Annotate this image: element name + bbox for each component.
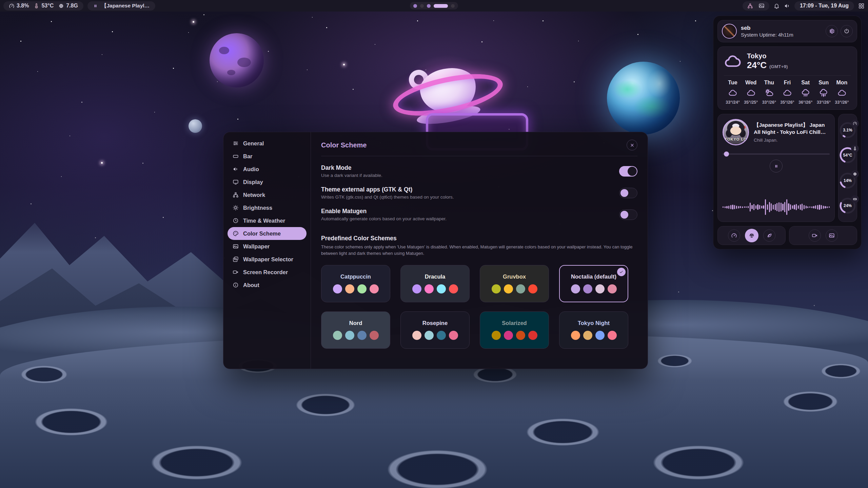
workspace-dot-5[interactable] xyxy=(451,4,455,8)
visualizer-bar xyxy=(736,206,737,209)
sidebar-item-color-scheme[interactable]: Color Scheme xyxy=(228,227,307,240)
clock[interactable]: 17:09 - Tue, 19 Aug xyxy=(794,1,854,11)
visualizer-bar xyxy=(809,206,810,208)
visualizer-bar xyxy=(730,205,731,209)
workspace-dot-4[interactable] xyxy=(434,4,448,8)
visualizer-bar xyxy=(755,205,756,209)
color-scheme-card[interactable]: Noctalia (default) xyxy=(559,265,628,302)
sidebar-item-bar[interactable]: Bar xyxy=(228,150,307,163)
wallpaper-icon[interactable] xyxy=(758,3,765,9)
scheme-grid: Catppuccin Dracula Gruvbox Noctalia (def… xyxy=(321,265,637,349)
sidebar-item-audio[interactable]: Audio xyxy=(228,163,307,176)
day-name: Tue xyxy=(728,80,737,86)
visualizer-bar xyxy=(807,206,808,208)
color-scheme-card[interactable]: Gruvbox xyxy=(480,265,549,302)
visualizer-bar xyxy=(751,205,752,209)
sidebar-item-about[interactable]: About xyxy=(228,279,307,291)
app-launcher-icon[interactable] xyxy=(858,3,865,9)
toggle-switch[interactable] xyxy=(619,188,637,198)
settings-button[interactable] xyxy=(826,25,838,37)
section-description: These color schemes only apply when 'Use… xyxy=(321,244,633,257)
user-card: seb System Uptime: 4h11m xyxy=(717,20,857,42)
visualizer-bar xyxy=(786,199,787,215)
visualizer-bar xyxy=(821,205,822,209)
memory-stat: 7.8G xyxy=(58,3,78,9)
sidebar-item-label: Brightness xyxy=(243,205,272,211)
system-gauge: 24% xyxy=(839,197,856,215)
color-swatch xyxy=(608,284,617,293)
pause-button[interactable] xyxy=(770,160,783,172)
color-swatch xyxy=(528,284,537,293)
seek-bar[interactable] xyxy=(723,151,830,156)
volume-icon[interactable] xyxy=(784,3,790,9)
scheme-swatches xyxy=(492,284,537,293)
avatar xyxy=(722,24,737,39)
rain-icon xyxy=(801,88,810,97)
storm-icon xyxy=(819,88,828,97)
setting-title: Dark Mode xyxy=(321,164,382,171)
sidebar-item-network[interactable]: Network xyxy=(228,188,307,201)
color-swatch xyxy=(583,331,592,340)
sliders-icon xyxy=(233,140,239,146)
power-button[interactable] xyxy=(841,25,853,37)
bright-star xyxy=(193,21,194,23)
visualizer-bar xyxy=(725,206,726,208)
forecast-day: Thu 33°/26° xyxy=(760,80,778,105)
sidebar-item-wallpaper-selector[interactable]: Wallpaper Selector xyxy=(228,253,307,266)
toggle-switch[interactable] xyxy=(619,166,637,177)
notifications-bell-icon[interactable] xyxy=(773,3,780,9)
visualizer-bar xyxy=(823,206,824,209)
workspace-dot-3[interactable] xyxy=(427,4,431,8)
color-scheme-card[interactable]: Rosepine xyxy=(400,311,470,349)
sidebar-item-time-weather[interactable]: Time & Weather xyxy=(228,214,307,227)
audio-icon xyxy=(233,166,239,172)
settings-content: Color Scheme Dark Mode Use a dark varian… xyxy=(311,132,648,369)
balanced-profile-button[interactable] xyxy=(745,229,758,242)
visualizer-bar xyxy=(734,205,735,209)
color-scheme-card[interactable]: Tokyo Night xyxy=(559,311,628,349)
color-scheme-card[interactable]: Solarized xyxy=(480,311,549,349)
sidebar-item-wallpaper[interactable]: Wallpaper xyxy=(228,240,307,253)
powersaver-profile-button[interactable] xyxy=(763,229,775,242)
sidebar-item-brightness[interactable]: Brightness xyxy=(228,201,307,214)
screen-record-button[interactable] xyxy=(809,229,821,242)
close-button[interactable] xyxy=(627,140,637,150)
sidebar-item-display[interactable]: Display xyxy=(228,176,307,188)
visualizer-bar xyxy=(800,204,801,210)
chip-icon xyxy=(853,172,857,176)
visualizer-bar xyxy=(781,203,782,211)
sidebar-item-general[interactable]: General xyxy=(228,137,307,150)
performance-profile-button[interactable] xyxy=(728,229,740,242)
network-icon[interactable] xyxy=(747,3,753,9)
track-artist: Chill Japan. xyxy=(754,138,830,143)
color-scheme-card[interactable]: Catppuccin xyxy=(321,265,390,302)
workspace-dot-1[interactable] xyxy=(413,4,417,8)
media-pill[interactable]: 【Japanese Playlist】 J… xyxy=(87,1,155,11)
day-temps: 33°/26° xyxy=(817,100,831,105)
seek-knob[interactable] xyxy=(724,151,729,157)
visualizer-bar xyxy=(788,203,789,211)
wallpaper-button[interactable] xyxy=(826,229,838,242)
workspace-dot-2[interactable] xyxy=(420,4,424,8)
color-scheme-card[interactable]: Nord xyxy=(321,311,390,349)
visualizer-bar xyxy=(802,204,803,210)
color-swatch xyxy=(357,284,367,293)
color-swatch xyxy=(516,284,525,293)
color-swatch xyxy=(516,331,525,340)
cloud-icon xyxy=(724,53,742,70)
album-art: TOKYO LO xyxy=(723,119,749,145)
system-stats-pill[interactable]: 3.8% 53°C 7.8G xyxy=(3,1,83,11)
toggle-rows: Dark Mode Use a dark variant if availabl… xyxy=(321,164,637,221)
day-name: Mon xyxy=(836,80,848,86)
color-swatch xyxy=(608,331,617,340)
setting-row: Theme external apps (GTK & Qt) Writes GT… xyxy=(321,186,637,200)
toggle-switch[interactable] xyxy=(619,209,637,220)
color-swatch xyxy=(437,284,446,293)
color-scheme-card[interactable]: Dracula xyxy=(400,265,470,302)
system-gauges-card: 3.1% 54°C 14% 24% xyxy=(838,114,857,222)
setting-row: Enable Matugen Automatically generate co… xyxy=(321,208,637,221)
sidebar-item-screen-recorder[interactable]: Screen Recorder xyxy=(228,266,307,279)
color-swatch xyxy=(492,284,501,293)
temperature-stat: 53°C xyxy=(34,3,54,9)
visualizer-bar xyxy=(798,205,799,209)
